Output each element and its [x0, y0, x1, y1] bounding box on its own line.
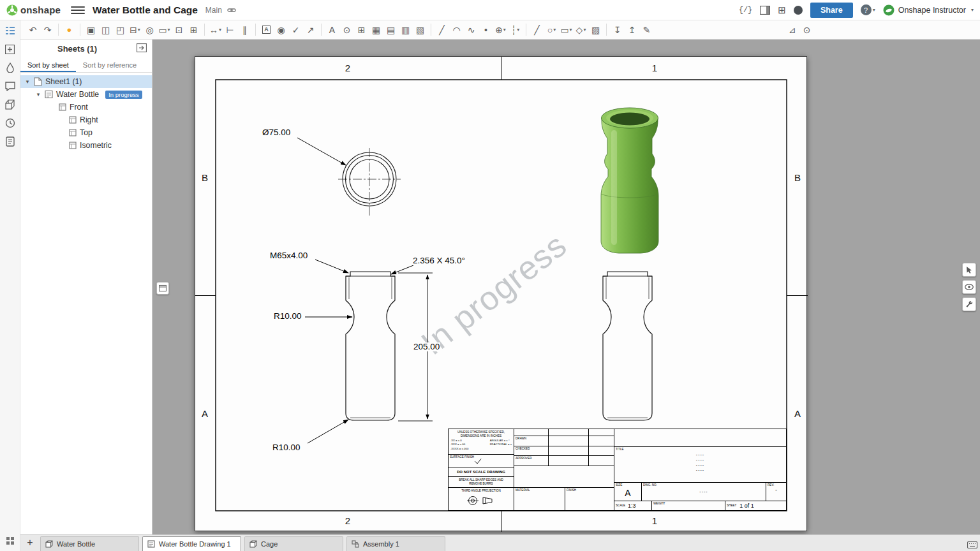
projection-label: THIRD ANGLE PROJECTION [449, 489, 514, 493]
comments-icon[interactable] [4, 80, 16, 92]
drawing-canvas[interactable]: In progress [152, 40, 980, 534]
dim-thread[interactable]: M65x4.00 [269, 251, 308, 260]
assembly-icon [352, 540, 359, 548]
import-icon[interactable]: ↥ [625, 22, 639, 38]
tab-assembly-1[interactable]: Assembly 1 [346, 536, 445, 551]
dim-neck-radius[interactable]: R10.00 [273, 312, 302, 321]
centerline-icon[interactable]: ┆▾ [508, 22, 523, 38]
user-menu[interactable]: Onshape Instructor ▾ [883, 4, 974, 16]
notifications-icon[interactable] [794, 6, 803, 15]
ordinate-dimension-icon[interactable]: ⊢ [223, 22, 237, 38]
do-not-scale: DO NOT SCALE DRAWING [457, 470, 505, 474]
parts-icon[interactable] [4, 99, 16, 110]
crop-view-icon[interactable]: ⊞ [186, 22, 201, 38]
hole-table-icon[interactable]: ▤ [383, 22, 398, 38]
chevron-down-icon[interactable]: ▾ [35, 91, 41, 98]
table-icon[interactable]: ⊞ [354, 22, 369, 38]
text-icon[interactable]: A [325, 22, 339, 38]
tree-item-isometric[interactable]: Isometric [20, 139, 152, 152]
tree-item-sheet1[interactable]: ▾ Sheet1 (1) [20, 75, 152, 88]
center-mark-icon[interactable]: ⊕▾ [493, 22, 508, 38]
tree-item-front[interactable]: Front [20, 101, 152, 114]
chevron-down-icon[interactable]: ▾ [24, 78, 31, 85]
tab-sort-by-sheet[interactable]: Sort by sheet [20, 58, 76, 72]
export-icon[interactable]: ↧ [610, 22, 625, 38]
drawing-sheet[interactable]: In progress [195, 56, 807, 531]
insert-view-icon[interactable]: ▣ [84, 22, 98, 38]
insert-elements-icon[interactable] [4, 43, 16, 55]
panel-layout-icon[interactable] [760, 6, 770, 15]
note-icon[interactable]: A [259, 22, 274, 38]
auto-dimension-icon[interactable]: ∥ [237, 22, 252, 38]
auxiliary-view-icon[interactable]: ◰ [113, 22, 128, 38]
sketch-line-icon[interactable]: ╱ [530, 22, 544, 38]
bottom-grid-icon[interactable] [4, 535, 16, 547]
polygon-icon[interactable]: ◇▾ [574, 22, 588, 38]
tree-item-water-bottle[interactable]: ▾ Water Bottle In progress [20, 88, 152, 101]
rectangle-icon[interactable]: ▭▾ [559, 22, 574, 38]
tree-item-top[interactable]: Top [20, 126, 152, 139]
sheet-properties-toggle[interactable] [156, 282, 169, 295]
tab-label: Water Bottle [57, 540, 95, 548]
undo-icon[interactable]: ↶ [26, 22, 40, 38]
document-outline-icon[interactable] [4, 25, 16, 36]
notes-icon[interactable] [4, 136, 16, 147]
hatch-icon[interactable]: ▨ [588, 22, 603, 38]
revision-table-icon[interactable]: ▥ [398, 22, 413, 38]
broken-view-icon[interactable]: ▭▾ [157, 22, 172, 38]
tab-cage[interactable]: Cage [244, 536, 343, 551]
history-icon[interactable] [4, 117, 16, 129]
section-view-icon[interactable]: ⊟▾ [128, 22, 142, 38]
spline-icon[interactable]: ∿ [464, 22, 479, 38]
adjustment-tools-button[interactable] [962, 297, 976, 311]
tab-sort-by-reference[interactable]: Sort by reference [76, 58, 144, 72]
branch-label[interactable]: Main [205, 6, 222, 15]
onshape-logo-icon [6, 4, 18, 16]
bom-table-icon[interactable]: ▦ [369, 22, 383, 38]
tab-water-bottle-drawing-1[interactable]: Water Bottle Drawing 1 [142, 536, 241, 551]
dimension-icon[interactable]: ↔▾ [208, 22, 223, 38]
projected-view-icon[interactable]: ◫ [98, 22, 113, 38]
zoom-window-icon[interactable]: ⊙ [799, 22, 814, 38]
point-icon[interactable]: • [479, 22, 493, 38]
detail-view-icon[interactable]: ◎ [142, 22, 157, 38]
tree-item-right[interactable]: Right [20, 114, 152, 126]
cut-list-table-icon[interactable]: ▧ [413, 22, 427, 38]
update-views-icon[interactable]: ● [62, 22, 77, 38]
user-name: Onshape Instructor [898, 6, 966, 15]
tab-water-bottle[interactable]: Water Bottle [40, 536, 139, 551]
surface-finish-symbol [474, 459, 484, 464]
view-options-button[interactable] [962, 280, 976, 294]
scale-value: 1:3 [628, 503, 636, 509]
tab-label: Assembly 1 [363, 540, 399, 548]
break-out-view-icon[interactable]: ⊡ [172, 22, 186, 38]
dim-diameter[interactable]: Ø75.00 [262, 128, 291, 137]
arc-icon[interactable]: ◠ [449, 22, 464, 38]
selection-tools-button[interactable] [962, 263, 976, 277]
apps-grid-icon[interactable]: ⊞ [778, 4, 786, 16]
panel-dock-icon[interactable] [137, 43, 147, 52]
link-icon[interactable] [227, 6, 236, 15]
help-menu[interactable]: ?▾ [861, 4, 875, 15]
zone-col-label: 1 [648, 515, 662, 526]
featurescript-icon[interactable]: {/} [739, 6, 753, 15]
weld-symbol-icon[interactable]: ↗ [303, 22, 318, 38]
measure-icon[interactable]: ⊿ [785, 22, 799, 38]
redo-icon[interactable]: ↷ [40, 22, 55, 38]
add-tab-button[interactable]: + [23, 536, 37, 550]
appearance-icon[interactable] [4, 62, 16, 73]
dim-chamfer[interactable]: 2.356 X 45.0° [412, 256, 466, 265]
dim-height[interactable]: 205.00 [413, 342, 440, 351]
surface-finish-icon[interactable]: ✓ [288, 22, 303, 38]
line-icon[interactable]: ╱ [434, 22, 449, 38]
onshape-logo[interactable]: onshape [6, 4, 61, 16]
keyboard-shortcuts-icon[interactable] [967, 541, 977, 548]
dwg-value: ---- [642, 489, 766, 494]
callout-icon[interactable]: ◉ [274, 22, 288, 38]
document-menu-icon[interactable] [71, 3, 85, 17]
dim-base-radius[interactable]: R10.00 [272, 443, 301, 452]
find-icon[interactable]: ⊙ [339, 22, 354, 38]
circle-icon[interactable]: ○▾ [544, 22, 559, 38]
edit-sheet-icon[interactable]: ✎ [639, 22, 654, 38]
share-button[interactable]: Share [810, 3, 853, 18]
